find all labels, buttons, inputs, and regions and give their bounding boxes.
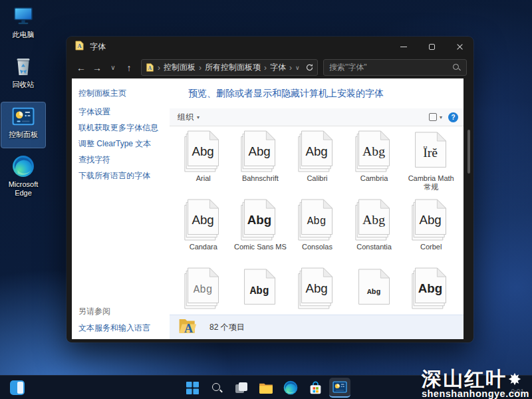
desktop-icon-label: 控制面板 [9,130,38,139]
sidebar-item-get-fonts-online[interactable]: 联机获取更多字体信息 [78,122,158,134]
taskbar: 9:01 [0,375,532,399]
svg-text:Abg: Abg [305,144,327,158]
maximize-button[interactable] [418,37,446,57]
font-item[interactable]: AbgCandara [184,197,223,265]
svg-text:Abg: Abg [250,285,269,297]
edge-icon [283,380,298,395]
window-titlebar[interactable]: A 字体 [66,37,473,57]
command-toolbar: 组织 ▾ ▾ [170,108,464,126]
items-count: 82 个项目 [209,322,245,333]
control-panel-icon [11,104,35,128]
taskbar-clock[interactable]: 9:01 [511,388,524,396]
store-button[interactable] [305,378,326,398]
font-file-icon: Abg [240,199,280,241]
sidebar: 控制面板主页 字体设置 联机获取更多字体信息 调整 ClearType 文本 查… [72,78,170,339]
search-icon [211,382,223,394]
desktop-icon-label: 此电脑 [13,31,35,39]
font-file-icon: Abg [240,130,280,173]
change-view-button[interactable]: ▾ [429,113,442,121]
breadcrumb-separator: › [286,63,295,72]
desktop-icon-recycle-bin[interactable]: 回收站 [1,53,45,98]
page-title: 预览、删除或者显示和隐藏计算机上安装的字体 [188,88,384,100]
search-icon[interactable] [452,63,461,72]
desktop-icon-this-pc[interactable]: 此电脑 [1,3,45,48]
font-item[interactable]: AbgComic Sans MS [234,197,287,265]
font-item-label: Arial [196,174,211,183]
font-item[interactable]: Abg [240,265,280,315]
fonts-folder-large-icon: A [178,317,198,338]
sidebar-item-find-character[interactable]: 查找字符 [78,154,158,166]
desktop-icon-microsoft-edge[interactable]: Microsoft Edge [1,152,45,200]
breadcrumb-separator: › [261,63,270,72]
close-button[interactable] [446,37,473,57]
breadcrumb-fonts[interactable]: 字体 [270,62,286,73]
minimize-button[interactable] [390,37,418,57]
back-button[interactable]: ← [73,60,89,76]
sidebar-item-text-services[interactable]: 文本服务和输入语言 [78,323,150,334]
task-view-button[interactable] [231,378,252,398]
navigation-bar: ← → ∨ ↑ A › 控制面板 › 所有控制面板项 › 字体 › [66,57,473,78]
font-item[interactable]: AbgArial [184,128,223,197]
recycle-bin-icon [11,55,35,78]
svg-text:Abg: Abg [420,213,442,227]
desktop-icon-label: 回收站 [13,80,35,89]
svg-text:A: A [77,43,82,49]
svg-text:A: A [148,65,152,71]
sidebar-item-download-fonts[interactable]: 下载所有语言的字体 [78,170,158,182]
edge-button[interactable] [280,378,301,398]
address-dropdown-icon[interactable]: ∨ [295,65,300,71]
font-file-icon: Abg [354,130,394,173]
font-item[interactable]: Abg [354,265,394,315]
taskbar-search-button[interactable] [206,378,227,398]
svg-text:Abg: Abg [307,215,327,227]
font-item-label: Cambria [360,174,388,183]
font-item[interactable]: Abg [411,265,451,315]
search-box[interactable]: 搜索"字体" [323,59,467,76]
help-button[interactable] [448,112,458,122]
control-panel-taskbar-button[interactable] [329,378,350,398]
recent-locations-button[interactable]: ∨ [105,60,121,76]
font-item[interactable]: AbgConsolas [297,197,337,265]
svg-text:Abg: Abg [249,144,271,158]
breadcrumb-all-items[interactable]: 所有控制面板项 [205,62,261,73]
details-pane: A 82 个项目 [170,315,464,339]
font-file-icon: Abg [411,267,451,310]
refresh-icon[interactable] [305,63,314,72]
organize-button[interactable]: 组织 ▾ [178,112,200,123]
font-item[interactable]: AbgConstantia [354,197,394,265]
font-item-label: Constantia [356,243,392,251]
start-button[interactable] [182,378,203,398]
desktop-icon-control-panel[interactable]: 控制面板 [1,102,45,148]
svg-text:Abg: Abg [362,212,385,227]
font-file-icon: Abg [297,199,337,241]
font-file-icon: Abg [184,130,223,173]
font-item[interactable]: Abg [297,265,337,315]
widgets-button[interactable] [7,378,28,398]
up-button[interactable]: ↑ [121,60,137,76]
font-file-icon: Abg [411,199,451,241]
sidebar-item-cleartype[interactable]: 调整 ClearType 文本 [78,138,158,150]
font-item[interactable]: AbgBahnschrift [240,128,280,197]
scrollbar-thumb[interactable] [467,130,470,174]
svg-text:Abg: Abg [194,284,213,296]
file-explorer-button[interactable] [255,378,277,398]
sidebar-item-font-settings[interactable]: 字体设置 [78,106,158,118]
control-panel-icon [332,381,347,393]
breadcrumb-control-panel[interactable]: 控制面板 [164,62,196,73]
this-pc-icon [11,5,35,29]
svg-text:A: A [184,322,193,335]
font-file-icon: Abg [184,267,223,310]
font-item[interactable]: ÏrĕCambria Math常规 [408,128,454,197]
sidebar-item-home[interactable]: 控制面板主页 [78,88,126,99]
svg-text:Abg: Abg [192,144,213,158]
font-item[interactable]: AbgCalibri [297,128,337,197]
font-file-icon: Abg [240,267,280,310]
address-bar[interactable]: A › 控制面板 › 所有控制面板项 › 字体 › ∨ [141,59,318,76]
forward-button[interactable]: → [89,60,105,76]
font-item[interactable]: AbgCambria [354,128,394,197]
font-file-icon: Abg [354,267,394,310]
breadcrumb-separator: › [154,63,164,72]
font-item[interactable]: AbgCorbel [411,197,451,265]
font-item[interactable]: Abg [184,265,223,315]
desktop-icon-label: Microsoft Edge [2,180,45,198]
